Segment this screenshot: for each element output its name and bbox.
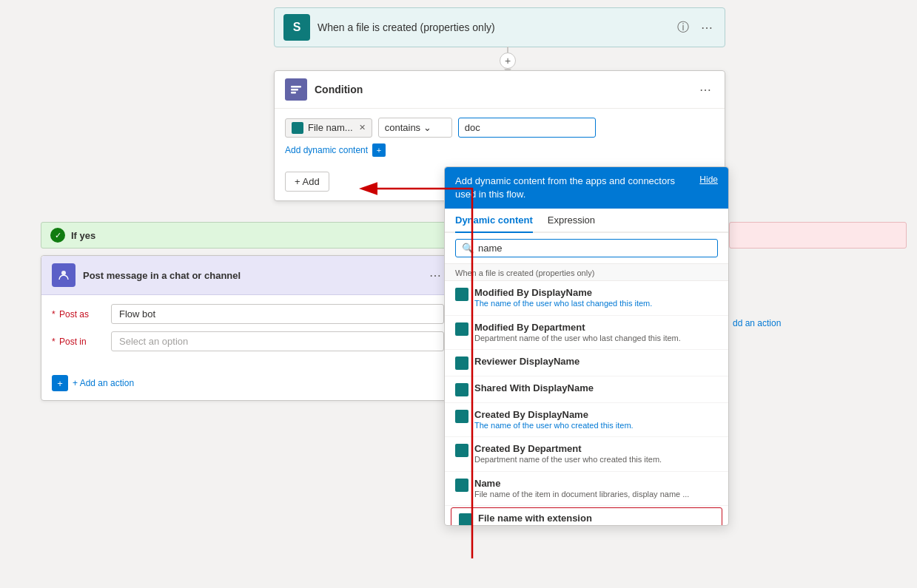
svg-point-3 bbox=[61, 271, 66, 275]
add-dynamic-icon[interactable]: + bbox=[372, 143, 386, 157]
dynamic-item-content: NameFile name of the item in document li… bbox=[474, 478, 689, 499]
post-in-value[interactable]: Select an option bbox=[111, 331, 444, 351]
post-message-header: Post message in a chat or channel ⋯ bbox=[41, 256, 454, 295]
condition-title: Condition bbox=[315, 84, 689, 95]
teams-icon bbox=[52, 263, 75, 287]
if-yes-bar: ✓ If yes bbox=[41, 222, 455, 249]
post-as-label: * Post as bbox=[52, 309, 104, 320]
dynamic-item[interactable]: Modified By DepartmentDepartment name of… bbox=[445, 316, 728, 350]
condition-row: File nam... ✕ contains ⌄ bbox=[285, 118, 714, 138]
dynamic-item-name: Created By DisplayName bbox=[474, 409, 634, 420]
post-as-row: * Post as Flow bot bbox=[52, 304, 444, 324]
if-yes-check-icon: ✓ bbox=[50, 228, 65, 243]
dynamic-item-icon bbox=[455, 322, 468, 336]
condition-more-button[interactable]: ⋯ bbox=[696, 81, 714, 98]
tab-expression[interactable]: Expression bbox=[548, 209, 595, 232]
chip-text: File nam... bbox=[308, 122, 353, 133]
svg-rect-0 bbox=[291, 86, 301, 88]
post-as-value[interactable]: Flow bot bbox=[111, 304, 444, 324]
dynamic-item-icon bbox=[455, 410, 468, 423]
connector-1: + bbox=[500, 47, 516, 73]
dynamic-item-icon bbox=[455, 383, 468, 396]
svg-rect-1 bbox=[291, 89, 298, 91]
dynamic-item[interactable]: Created By DisplayNameThe name of the us… bbox=[445, 403, 728, 437]
condition-operator[interactable]: contains ⌄ bbox=[378, 118, 452, 138]
dynamic-item-name: Modified By DisplayName bbox=[474, 287, 652, 298]
dynamic-item-content: Created By DisplayNameThe name of the us… bbox=[474, 409, 634, 430]
add-action-row: + + Add an action bbox=[41, 368, 454, 400]
post-message-block: Post message in a chat or channel ⋯ * Po… bbox=[41, 255, 455, 401]
post-message-title: Post message in a chat or channel bbox=[83, 270, 419, 281]
dynamic-item-desc: Department name of the user who created … bbox=[474, 454, 662, 464]
trigger-block: S When a file is created (properties onl… bbox=[274, 7, 725, 47]
dynamic-section-header: When a file is created (properties only) bbox=[445, 264, 728, 281]
dynamic-item-name: Shared With DisplayName bbox=[474, 382, 594, 393]
dynamic-item-desc: File name of the item in document librar… bbox=[474, 489, 689, 499]
dynamic-item[interactable]: Modified By DisplayNameThe name of the u… bbox=[445, 281, 728, 315]
dynamic-item-content: Reviewer DisplayName bbox=[474, 356, 580, 367]
dynamic-item-content: File name with extensionFor libraries, r… bbox=[478, 513, 693, 526]
add-dynamic-link[interactable]: Add dynamic content bbox=[285, 145, 368, 155]
dynamic-item-icon bbox=[455, 444, 468, 457]
dynamic-panel-hide-button[interactable]: Hide bbox=[699, 175, 718, 185]
dynamic-item-name: Modified By Department bbox=[474, 322, 681, 333]
condition-add-button[interactable]: + Add bbox=[285, 172, 329, 192]
dynamic-item-name: Name bbox=[474, 478, 689, 489]
dynamic-item-icon bbox=[455, 356, 468, 370]
add-dynamic-row: Add dynamic content + bbox=[285, 143, 714, 157]
connector-plus-1[interactable]: + bbox=[500, 53, 516, 69]
dynamic-item-icon bbox=[455, 288, 468, 301]
dynamic-item-icon bbox=[455, 479, 468, 492]
dynamic-item-name: Reviewer DisplayName bbox=[474, 356, 580, 367]
if-no-bar bbox=[729, 222, 907, 249]
dynamic-item-content: Created By DepartmentDepartment name of … bbox=[474, 443, 662, 464]
add-action-icon: + bbox=[52, 375, 68, 391]
chip-close[interactable]: ✕ bbox=[359, 123, 366, 132]
trigger-icon: S bbox=[283, 14, 310, 41]
dynamic-item-desc: For libraries, returns file name includi… bbox=[478, 524, 693, 526]
dynamic-search-input[interactable] bbox=[478, 243, 711, 254]
dynamic-item-desc: The name of the user who last changed th… bbox=[474, 298, 652, 308]
dynamic-item[interactable]: NameFile name of the item in document li… bbox=[445, 472, 728, 506]
dynamic-search: 🔍 bbox=[445, 233, 728, 264]
condition-chip[interactable]: File nam... ✕ bbox=[285, 118, 372, 138]
chip-icon bbox=[292, 122, 303, 134]
dynamic-item-icon bbox=[459, 513, 472, 526]
svg-rect-2 bbox=[291, 92, 296, 94]
search-icon: 🔍 bbox=[462, 243, 474, 254]
post-message-body: * Post as Flow bot * Post in Select an o… bbox=[41, 295, 454, 368]
dynamic-item[interactable]: Shared With DisplayName bbox=[445, 376, 728, 403]
dynamic-item-name: File name with extension bbox=[478, 513, 693, 524]
post-in-row: * Post in Select an option bbox=[52, 331, 444, 351]
trigger-more-button[interactable]: ⋯ bbox=[698, 19, 716, 36]
if-yes-label: If yes bbox=[71, 230, 95, 241]
trigger-title: When a file is created (properties only) bbox=[318, 21, 667, 33]
add-action-right[interactable]: dd an action bbox=[733, 318, 781, 328]
connector-line-1 bbox=[507, 47, 508, 53]
dynamic-item-name: Created By Department bbox=[474, 443, 662, 454]
trigger-help-button[interactable]: ⓘ bbox=[674, 18, 692, 37]
add-action-label[interactable]: + Add an action bbox=[73, 378, 134, 388]
tab-dynamic-content[interactable]: Dynamic content bbox=[455, 209, 533, 233]
dynamic-panel-header-text: Add dynamic content from the apps and co… bbox=[455, 175, 692, 201]
dynamic-item[interactable]: Created By DepartmentDepartment name of … bbox=[445, 437, 728, 471]
add-action-link[interactable]: + + Add an action bbox=[52, 375, 134, 391]
post-in-label: * Post in bbox=[52, 337, 104, 347]
dynamic-panel-header: Add dynamic content from the apps and co… bbox=[445, 167, 728, 209]
dynamic-panel-tabs: Dynamic content Expression bbox=[445, 209, 728, 233]
dynamic-item-content: Modified By DisplayNameThe name of the u… bbox=[474, 287, 652, 308]
dynamic-list: Modified By DisplayNameThe name of the u… bbox=[445, 281, 728, 525]
dynamic-item-desc: Department name of the user who last cha… bbox=[474, 333, 681, 343]
dynamic-item-content: Modified By DepartmentDepartment name of… bbox=[474, 322, 681, 343]
post-message-more-button[interactable]: ⋯ bbox=[426, 267, 444, 284]
condition-body: File nam... ✕ contains ⌄ Add dynamic con… bbox=[275, 109, 725, 166]
trigger-actions: ⓘ ⋯ bbox=[674, 18, 716, 37]
condition-header: Condition ⋯ bbox=[275, 71, 725, 109]
condition-value-input[interactable] bbox=[458, 118, 596, 138]
dynamic-item[interactable]: File name with extensionFor libraries, r… bbox=[451, 507, 722, 526]
dynamic-item-content: Shared With DisplayName bbox=[474, 382, 594, 393]
condition-icon bbox=[285, 78, 307, 101]
dynamic-item-desc: The name of the user who created this it… bbox=[474, 420, 634, 430]
dynamic-search-box: 🔍 bbox=[455, 239, 718, 257]
dynamic-item[interactable]: Reviewer DisplayName bbox=[445, 350, 728, 376]
